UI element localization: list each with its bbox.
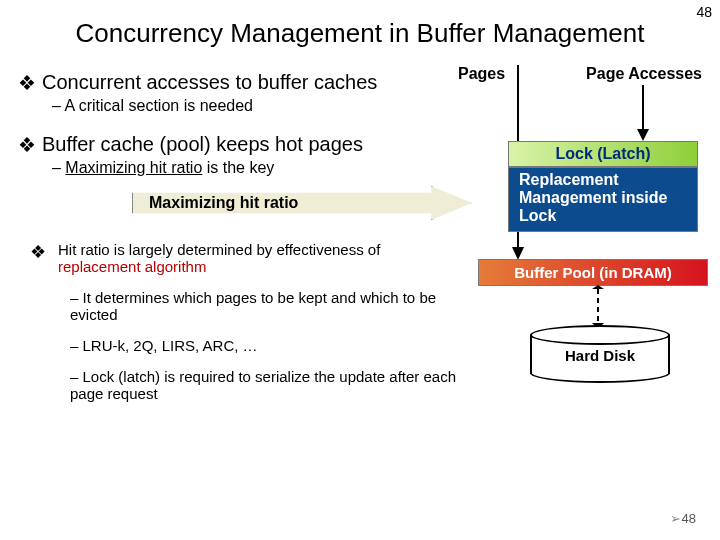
subbullet-algorithms: LRU-k, 2Q, LIRS, ARC, … bbox=[70, 337, 458, 354]
left-column: ❖ Concurrent accesses to buffer caches A… bbox=[18, 65, 438, 402]
subbullet-critical-section: A critical section is needed bbox=[52, 97, 438, 115]
replacement-box: Replacement Management inside Lock bbox=[508, 167, 698, 232]
pool-to-disk-arrow-icon bbox=[588, 285, 608, 329]
bullet-buffer-cache: ❖ Buffer cache (pool) keeps hot pages bbox=[18, 133, 438, 157]
page-number-bottom: 48 bbox=[670, 511, 696, 526]
page-accesses-label: Page Accesses bbox=[586, 65, 702, 83]
subbullet-lock-required: Lock (latch) is required to serialize th… bbox=[70, 368, 458, 402]
maximizing-arrow-label: Maximizing hit ratio bbox=[149, 194, 298, 212]
svg-marker-3 bbox=[637, 129, 649, 141]
slide-title: Concurrency Management in Buffer Managem… bbox=[0, 18, 720, 49]
page-number-top: 48 bbox=[696, 4, 712, 20]
bullet-text: Buffer cache (pool) keeps hot pages bbox=[42, 133, 363, 157]
red-text: replacement algorithm bbox=[58, 258, 206, 275]
pages-label: Pages bbox=[458, 65, 505, 83]
bullet-text: Concurrent accesses to buffer caches bbox=[42, 71, 377, 95]
diamond-icon: ❖ bbox=[30, 241, 46, 275]
plain-text: Hit ratio is largely determined by effec… bbox=[58, 241, 380, 258]
diamond-icon: ❖ bbox=[18, 71, 36, 95]
maximizing-arrow: Maximizing hit ratio bbox=[132, 186, 472, 220]
lock-box: Lock (Latch) bbox=[508, 141, 698, 167]
subbullet-maximizing: Maximizing hit ratio is the key bbox=[52, 159, 438, 177]
hard-disk-icon: Hard Disk bbox=[530, 325, 670, 383]
bullet-concurrent: ❖ Concurrent accesses to buffer caches bbox=[18, 71, 438, 95]
bullet-hit-ratio: ❖ Hit ratio is largely determined by eff… bbox=[30, 241, 458, 275]
bullet-text: Hit ratio is largely determined by effec… bbox=[58, 241, 458, 275]
svg-marker-5 bbox=[592, 285, 604, 289]
plain-text: is the key bbox=[202, 159, 274, 176]
buffer-pool-box: Buffer Pool (in DRAM) bbox=[478, 259, 708, 286]
hard-disk-label: Hard Disk bbox=[530, 347, 670, 364]
diagram-area: Pages Page Accesses Lock (Latch) Replace… bbox=[438, 65, 702, 402]
underlined-text: Maximizing hit ratio bbox=[65, 159, 202, 176]
subbullet-determines: It determines which pages to be kept and… bbox=[70, 289, 458, 323]
diamond-icon: ❖ bbox=[18, 133, 36, 157]
page-accesses-arrow-icon bbox=[633, 85, 653, 141]
